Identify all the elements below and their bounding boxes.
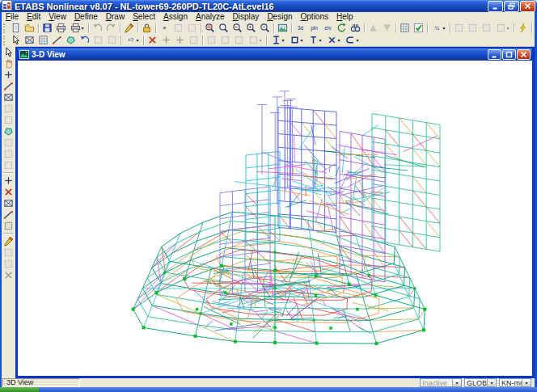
menu-display[interactable]: Display	[229, 12, 264, 22]
member-labels-icon	[481, 23, 492, 33]
draw-special-joint-button[interactable]	[2, 69, 15, 80]
print-tables-button[interactable]: ▾	[68, 23, 87, 34]
pan-view-button[interactable]	[276, 23, 290, 34]
close-button[interactable]	[520, 1, 535, 12]
menu-define[interactable]: Define	[70, 12, 102, 22]
taskbar-sliver[interactable]	[0, 387, 537, 392]
draw-box-section-button[interactable]: ▾	[287, 35, 306, 46]
select-by-window-button[interactable]	[23, 35, 36, 46]
draw-tee-section-button[interactable]: ▾	[306, 35, 324, 46]
minimize-button[interactable]	[488, 1, 503, 12]
draw-i-section-button[interactable]: ▾	[268, 35, 287, 46]
new-model-button[interactable]	[9, 23, 23, 34]
zoom-out-button[interactable]	[258, 23, 272, 34]
maximize-button[interactable]	[502, 49, 516, 60]
menu-edit[interactable]: Edit	[23, 12, 44, 22]
menu-view[interactable]: View	[44, 12, 70, 22]
select-pointer-button[interactable]	[2, 46, 15, 57]
draw-quick-frame-button[interactable]	[2, 91, 15, 103]
coordinate-system-combo[interactable]: GLOBAL▾	[464, 378, 497, 387]
coordinate-system-dropdown-button[interactable]: ▾	[487, 379, 496, 386]
delete-objects-button[interactable]	[146, 35, 159, 46]
toolbar-separator	[201, 23, 201, 33]
set-view-options-button[interactable]	[412, 23, 425, 34]
minimize-icon	[492, 2, 499, 10]
lock-model-button[interactable]	[140, 23, 154, 34]
toolbar-separator	[427, 23, 428, 33]
model-canvas[interactable]	[18, 61, 532, 376]
draw-brace-section-dropdown-caret[interactable]: ▾	[337, 38, 340, 43]
reshape-object-button[interactable]	[2, 57, 15, 69]
select-object-button[interactable]	[9, 35, 23, 46]
menu-assign[interactable]: Assign	[159, 12, 192, 22]
menu-analyze[interactable]: Analyze	[192, 12, 229, 22]
rubber-band-zoom-button[interactable]	[203, 23, 217, 34]
select-by-line-button[interactable]	[50, 35, 64, 46]
object-shrink-toggle-button[interactable]	[398, 23, 412, 34]
show-selection-info-button[interactable]: +?▾	[123, 35, 142, 46]
zoom-out-icon	[260, 23, 270, 33]
menu-design[interactable]: Design	[263, 12, 296, 22]
draw-box-section-dropdown-caret[interactable]: ▾	[300, 38, 302, 43]
refresh-window-button[interactable]	[122, 23, 136, 34]
set-building-view-limits-icon	[454, 23, 464, 33]
open-file-button[interactable]	[23, 23, 36, 34]
draw-area-object-button[interactable]	[2, 125, 15, 137]
snap-to-ends-button[interactable]	[2, 186, 15, 197]
restore-button[interactable]	[504, 1, 519, 12]
restore-full-view-button[interactable]	[217, 23, 230, 34]
save-model-button[interactable]	[40, 23, 54, 34]
reshape-mode-button[interactable]	[2, 235, 15, 247]
elevation-view-button[interactable]: elv	[321, 23, 335, 34]
menu-draw[interactable]: Draw	[102, 12, 129, 22]
clear-drawing-icon	[3, 270, 14, 280]
3d-view-button[interactable]: 3d	[294, 23, 307, 34]
rotate-3d-view-button[interactable]	[335, 23, 349, 34]
restore-full-view-icon	[218, 23, 229, 33]
previous-zoom-button[interactable]	[230, 23, 244, 34]
draw-area-object-icon	[3, 126, 14, 137]
snap-to-perpendicular-button[interactable]	[2, 220, 15, 231]
select-by-poly-button[interactable]	[64, 35, 78, 46]
toolbar-gripper[interactable]	[3, 23, 7, 33]
select-pointer-icon	[3, 47, 14, 57]
select-all-button[interactable]	[36, 35, 50, 46]
move-points-button	[173, 35, 187, 46]
draw-tee-section-dropdown-caret[interactable]: ▾	[319, 38, 321, 43]
zoom-in-button[interactable]	[244, 23, 258, 34]
3d-view-title-bar[interactable]: 3-D View	[18, 48, 532, 61]
menu-help[interactable]: Help	[332, 12, 357, 22]
set-building-view-limits-button	[452, 23, 466, 34]
menu-file[interactable]: File	[2, 12, 23, 22]
print-tables-dropdown-caret[interactable]: ▾	[81, 26, 83, 31]
units-dropdown-button[interactable]: ▾	[522, 379, 531, 386]
plan-view-button[interactable]: pln	[307, 23, 321, 34]
draw-frame-line-button[interactable]	[2, 80, 15, 91]
draw-brace-section-button[interactable]: ▾	[324, 35, 343, 46]
toolbar-gripper[interactable]	[3, 36, 7, 45]
menu-select[interactable]: Select	[129, 12, 159, 22]
set-intervals-dropdown-caret[interactable]: ▾	[442, 26, 445, 31]
model-wireframe[interactable]	[18, 61, 532, 376]
draw-quick-frame-icon	[3, 92, 14, 103]
show-deformed-shape-button[interactable]	[516, 23, 530, 34]
set-intervals-button[interactable]: ¼▾	[429, 23, 448, 34]
3d-view-window[interactable]: 3-D View	[15, 46, 535, 378]
minimize-icon	[491, 51, 498, 58]
snap-to-intersections-button[interactable]	[2, 209, 15, 220]
draw-channel-section-button[interactable]: ▾	[343, 35, 362, 46]
draw-i-section-dropdown-caret[interactable]: ▾	[281, 38, 284, 43]
show-selection-info-dropdown-caret[interactable]: ▾	[136, 38, 138, 43]
restore-previous-selection-button[interactable]	[78, 35, 91, 46]
draw-channel-section-dropdown-caret[interactable]: ▾	[356, 38, 358, 43]
menu-options[interactable]: Options	[297, 12, 332, 22]
perspective-toggle-button[interactable]	[349, 23, 362, 34]
title-bar[interactable]: ETABS Nonlinear v8.07 - NL-tower69-260PD…	[0, 0, 537, 12]
minimize-button[interactable]	[488, 49, 501, 60]
units-combo[interactable]: KN-mm▾	[499, 378, 531, 387]
snap-to-midpoints-button[interactable]	[2, 197, 15, 209]
start-button-sliver[interactable]	[0, 387, 39, 392]
print-graphics-button[interactable]	[54, 23, 68, 34]
close-button[interactable]	[517, 49, 531, 60]
snap-to-grid-button[interactable]	[2, 175, 15, 186]
